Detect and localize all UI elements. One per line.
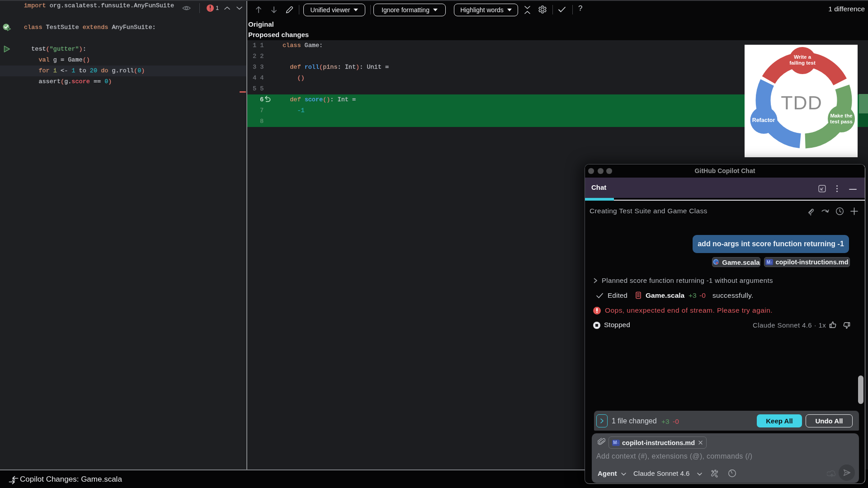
svg-text:Refactor: Refactor [752, 117, 775, 123]
svg-text:TDD: TDD [781, 92, 822, 113]
svg-text:Write a: Write a [794, 54, 811, 60]
svg-text:test pass: test pass [830, 119, 853, 124]
svg-text:failing test: failing test [789, 60, 816, 66]
svg-text:Make the: Make the [830, 113, 852, 118]
